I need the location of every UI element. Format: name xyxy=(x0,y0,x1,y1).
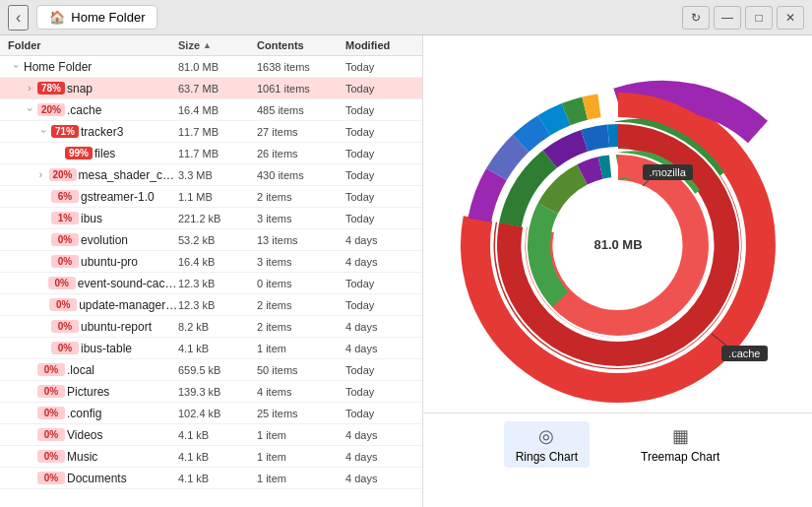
col-contents: 2 items xyxy=(257,191,345,203)
folder-cell: 1% ibus xyxy=(8,212,178,225)
col-modified: 4 days xyxy=(345,451,414,463)
folder-cell: 6% gstreamer-1.0 xyxy=(8,190,178,204)
badge: 0% xyxy=(37,472,65,484)
refresh-button[interactable]: ↻ xyxy=(682,6,710,30)
table-row[interactable]: 0% ubuntu-report 8.2 kB 2 items 4 days xyxy=(0,316,422,338)
folder-name: .cache xyxy=(67,103,101,117)
table-row[interactable]: 0% event-sound-cache.... 12.3 kB 0 items… xyxy=(0,273,422,294)
expand-icon[interactable]: › xyxy=(35,169,47,180)
table-row[interactable]: 1% ibus 221.2 kB 3 items Today xyxy=(0,208,422,229)
col-size: 11.7 MB xyxy=(178,148,257,159)
folder-name: files xyxy=(94,147,115,160)
col-size: 221.2 kB xyxy=(178,213,257,224)
col-size: 12.3 kB xyxy=(178,299,257,311)
expand-icon[interactable]: › xyxy=(25,104,35,116)
col-modified: 4 days xyxy=(345,473,414,484)
folder-cell: › Home Folder xyxy=(8,60,178,74)
folder-cell: 0% Music xyxy=(8,450,178,464)
center-text: 81.0 MB xyxy=(593,237,642,252)
table-row[interactable]: › Home Folder 81.0 MB 1638 items Today xyxy=(0,56,422,78)
folder-name: gstreamer-1.0 xyxy=(81,190,155,204)
col-contents: 0 items xyxy=(257,278,345,289)
col-contents: 430 items xyxy=(257,169,345,181)
col-size: 12.3 kB xyxy=(178,278,257,289)
table-row[interactable]: › 20% .cache 16.4 MB 485 items Today xyxy=(0,99,422,121)
rings-icon: ◎ xyxy=(538,425,554,447)
col-folder-header: Folder xyxy=(8,39,178,51)
window-controls: ↻ — □ ✕ xyxy=(682,6,804,30)
col-contents: 3 items xyxy=(257,256,345,268)
col-modified: Today xyxy=(345,148,414,159)
table-row[interactable]: › 71% tracker3 11.7 MB 27 items Today xyxy=(0,121,422,143)
folder-cell: 99% files xyxy=(8,147,178,160)
table-row[interactable]: 0% update-manager-c... 12.3 kB 2 items T… xyxy=(0,294,422,316)
col-modified: Today xyxy=(345,191,414,203)
table-row[interactable]: 0% evolution 53.2 kB 13 items 4 days xyxy=(0,229,422,251)
col-modified: 4 days xyxy=(345,234,414,246)
folder-cell: 0% event-sound-cache.... xyxy=(8,277,178,290)
col-size: 139.3 kB xyxy=(178,386,257,398)
tree-body: › Home Folder 81.0 MB 1638 items Today ›… xyxy=(0,56,422,489)
col-modified: Today xyxy=(345,299,414,311)
col-contents: 1 item xyxy=(257,343,345,354)
expand-icon[interactable]: › xyxy=(11,61,22,73)
table-row[interactable]: 0% .config 102.4 kB 25 items Today xyxy=(0,403,422,424)
col-contents: 50 items xyxy=(257,364,345,376)
badge: 99% xyxy=(65,147,93,159)
badge: 0% xyxy=(37,450,65,463)
col-contents: 2 items xyxy=(257,299,345,311)
col-contents: 2 items xyxy=(257,321,345,333)
table-row[interactable]: 99% files 11.7 MB 26 items Today xyxy=(0,143,422,164)
treemap-tab-label: Treemap Chart xyxy=(641,450,719,464)
folder-cell: › 20% .cache xyxy=(8,103,178,117)
folder-cell: 0% Videos xyxy=(8,428,178,442)
folder-name: Music xyxy=(67,450,97,464)
badge: 20% xyxy=(37,103,65,116)
table-row[interactable]: 0% ibus-table 4.1 kB 1 item 4 days xyxy=(0,338,422,359)
folder-name: Documents xyxy=(67,472,127,485)
back-button[interactable]: ‹ xyxy=(8,5,29,31)
table-row[interactable]: 6% gstreamer-1.0 1.1 MB 2 items Today xyxy=(0,186,422,208)
folder-cell: 0% ibus-table xyxy=(8,342,178,355)
table-row[interactable]: 0% Videos 4.1 kB 1 item 4 days xyxy=(0,424,422,446)
rings-chart-tab[interactable]: ◎ Rings Chart xyxy=(504,421,590,468)
col-size: 102.4 kB xyxy=(178,408,257,419)
badge: 78% xyxy=(37,82,65,95)
folder-cell: 0% ubuntu-report xyxy=(8,320,178,334)
expand-icon[interactable]: › xyxy=(24,83,35,94)
folder-cell: 0% update-manager-c... xyxy=(8,298,178,312)
table-row[interactable]: 0% Documents 4.1 kB 1 item 4 days xyxy=(0,468,422,489)
folder-cell: 0% Documents xyxy=(8,472,178,485)
expand-icon[interactable]: › xyxy=(38,126,49,138)
folder-cell: 0% .local xyxy=(8,363,178,377)
folder-name: event-sound-cache.... xyxy=(78,277,178,290)
table-row[interactable]: 0% .local 659.5 kB 50 items Today xyxy=(0,359,422,381)
treemap-chart-tab[interactable]: ▦ Treemap Chart xyxy=(629,421,731,468)
minimize-button[interactable]: — xyxy=(714,6,741,30)
home-icon: 🏠 xyxy=(49,10,65,25)
badge: 0% xyxy=(37,385,65,398)
ring-chart-container: 81.0 MB xyxy=(451,78,785,412)
folder-name: .config xyxy=(67,407,101,420)
col-modified: Today xyxy=(345,386,414,398)
close-button[interactable]: ✕ xyxy=(777,6,804,30)
badge: 0% xyxy=(51,255,79,268)
sort-arrow-icon: ▲ xyxy=(203,40,212,50)
table-row[interactable]: › 78% snap 63.7 MB 1061 items Today xyxy=(0,78,422,99)
table-row[interactable]: › 20% mesa_shader_cache 3.3 MB 430 items… xyxy=(0,164,422,186)
folder-cell: › 20% mesa_shader_cache xyxy=(8,168,178,182)
folder-name: evolution xyxy=(81,233,128,247)
folder-name: .local xyxy=(67,363,94,377)
folder-name: ubuntu-report xyxy=(81,320,152,334)
table-row[interactable]: 0% ubuntu-pro 16.4 kB 3 items 4 days xyxy=(0,251,422,273)
col-contents: 1 item xyxy=(257,429,345,441)
table-row[interactable]: 0% Music 4.1 kB 1 item 4 days xyxy=(0,446,422,468)
col-contents: 1 item xyxy=(257,473,345,484)
col-size: 16.4 kB xyxy=(178,256,257,268)
folder-cell: 0% evolution xyxy=(8,233,178,247)
col-size-header[interactable]: Size ▲ xyxy=(178,39,257,51)
maximize-button[interactable]: □ xyxy=(745,6,773,30)
col-contents: 13 items xyxy=(257,234,345,246)
table-row[interactable]: 0% Pictures 139.3 kB 4 items Today xyxy=(0,381,422,403)
folder-name: tracker3 xyxy=(81,125,123,139)
